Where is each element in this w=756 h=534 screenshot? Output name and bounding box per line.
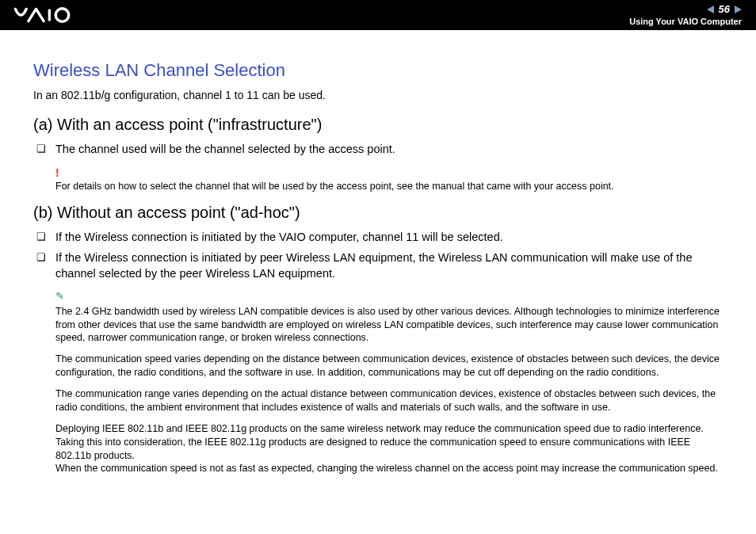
list-item: The channel used will be the channel sel…: [55, 142, 723, 158]
info-notes: ✎ The 2.4 GHz bandwidth used by wireless…: [33, 289, 723, 475]
info-paragraph: The 2.4 GHz bandwidth used by wireless L…: [55, 305, 723, 345]
section-a-list: The channel used will be the channel sel…: [33, 142, 723, 158]
info-paragraph: The communication speed varies depending…: [55, 353, 723, 380]
page-title: Wireless LAN Channel Selection: [33, 60, 723, 81]
next-page-arrow-icon[interactable]: [735, 6, 742, 13]
page-nav: 56: [629, 3, 742, 16]
list-item: If the Wireless connection is initiated …: [55, 230, 723, 246]
warning-note: ! For details on how to select the chann…: [33, 166, 723, 193]
exclamation-icon: !: [55, 166, 59, 179]
intro-text: In an 802.11b/g configuration, channel 1…: [33, 89, 723, 101]
section-b-heading: (b) Without an access point ("ad-hoc"): [33, 204, 723, 222]
page-number: 56: [719, 3, 730, 16]
info-paragraph: The communication range varies depending…: [55, 387, 723, 414]
pencil-icon: ✎: [55, 289, 723, 303]
info-paragraph: Deploying IEEE 802.11b and IEEE 802.11g …: [55, 422, 723, 476]
svg-point-1: [55, 9, 69, 22]
header-bar: 56 Using Your VAIO Computer: [0, 0, 756, 30]
header-right: 56 Using Your VAIO Computer: [629, 3, 742, 27]
content-area: Wireless LAN Channel Selection In an 802…: [0, 30, 756, 491]
vaio-logo: [14, 6, 101, 24]
section-a-heading: (a) With an access point ("infrastructur…: [33, 116, 723, 134]
warning-text: For details on how to select the channel…: [55, 180, 723, 193]
prev-page-arrow-icon[interactable]: [707, 6, 714, 13]
header-subtitle: Using Your VAIO Computer: [629, 17, 742, 27]
svg-rect-0: [48, 9, 51, 21]
section-b-list: If the Wireless connection is initiated …: [33, 230, 723, 281]
list-item: If the Wireless connection is initiated …: [55, 250, 723, 281]
